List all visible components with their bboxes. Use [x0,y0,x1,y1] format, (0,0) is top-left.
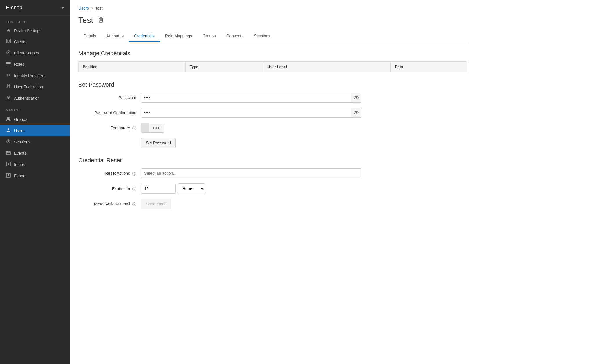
col-type: Type [185,62,263,72]
sidebar-item-events[interactable]: Events [0,148,70,159]
tab-role-mappings[interactable]: Role Mappings [160,31,197,42]
sidebar-brand[interactable]: E-shop ▾ [0,0,70,16]
sidebar-item-label: Client Scopes [14,51,39,55]
realm-settings-icon: ⚙ [6,28,11,33]
reset-actions-input[interactable] [141,168,361,178]
password-row: Password [78,93,467,103]
credential-reset-heading: Credential Reset [78,157,467,164]
password-toggle-visibility[interactable] [351,93,361,103]
svg-point-13 [9,117,10,119]
set-password-btn-container: Set Password [141,138,361,148]
toggle-label: OFF [149,124,164,132]
svg-point-9 [8,85,9,86]
users-icon [6,128,11,133]
configure-section-label: Configure [0,16,70,26]
password-confirmation-control [141,108,361,118]
expires-value-input[interactable] [141,184,176,194]
svg-rect-5 [6,63,11,64]
sidebar-item-authentication[interactable]: Authentication [0,92,70,104]
page-title: Test [78,16,93,25]
temporary-label: Temporary ? [78,125,136,130]
set-password-form: Password Password Confirmation [78,93,467,148]
send-email-btn-container: Send email [141,199,361,209]
manage-section-label: Manage [0,104,70,114]
password-label: Password [78,95,136,100]
svg-point-29 [355,112,357,114]
reset-actions-email-row: Reset Actions Email ? Send email [78,199,467,209]
sidebar-item-groups[interactable]: Groups [0,114,70,125]
expires-in-help-icon: ? [132,187,136,191]
sidebar-item-users[interactable]: Users [0,125,70,136]
breadcrumb-separator: > [91,6,94,10]
roles-icon [6,61,11,67]
tab-details[interactable]: Details [78,31,101,42]
sidebar-item-clients[interactable]: Clients [0,36,70,47]
sidebar: E-shop ▾ Configure ⚙ Realm Settings Clie… [0,0,70,364]
temporary-toggle-switch[interactable]: OFF [141,123,164,133]
sidebar-item-label: Authentication [14,96,40,101]
sidebar-item-label: User Federation [14,85,43,89]
svg-rect-4 [6,62,11,63]
credentials-table: Position Type User Label Data [78,61,467,72]
set-password-button[interactable]: Set Password [141,138,176,148]
tab-consents[interactable]: Consents [221,31,249,42]
svg-point-14 [8,128,9,130]
breadcrumb-parent[interactable]: Users [78,6,89,10]
tab-credentials[interactable]: Credentials [129,31,160,42]
sidebar-item-user-federation[interactable]: User Federation [0,81,70,92]
expires-in-label: Expires In ? [78,186,136,191]
password-confirmation-input[interactable] [141,108,361,118]
sidebar-item-label: Clients [14,39,26,44]
delete-user-button[interactable] [97,16,105,25]
svg-rect-1 [7,40,10,42]
col-data: Data [391,62,467,72]
sidebar-item-identity-providers[interactable]: Identity Providers [0,70,70,81]
expires-in-row: Expires In ? Hours Days Minutes [78,183,467,194]
set-password-heading: Set Password [78,81,467,88]
sidebar-item-label: Users [14,128,25,133]
main-content-area: Users > test Test Details Attributes Cre… [70,0,608,364]
svg-point-11 [8,98,9,99]
page-title-row: Test [78,16,467,25]
expires-in-control: Hours Days Minutes [141,183,361,194]
expires-unit-select[interactable]: Hours Days Minutes [178,183,205,194]
reset-actions-row: Reset Actions ? [78,168,467,178]
tab-groups[interactable]: Groups [197,31,221,42]
reset-actions-label: Reset Actions ? [78,171,136,176]
sidebar-item-export[interactable]: Export [0,170,70,181]
breadcrumb: Users > test [78,6,467,10]
reset-actions-control [141,168,361,178]
events-icon [6,150,11,156]
temporary-toggle: OFF [141,123,361,133]
expires-inputs: Hours Days Minutes [141,183,205,194]
user-federation-icon [6,84,11,90]
tab-attributes[interactable]: Attributes [101,31,129,42]
password-input[interactable] [141,93,361,103]
svg-rect-16 [6,151,10,155]
sidebar-item-roles[interactable]: Roles [0,59,70,70]
sidebar-item-label: Groups [14,117,27,122]
import-icon [6,162,11,167]
sidebar-item-import[interactable]: Import [0,159,70,170]
sidebar-item-realm-settings[interactable]: ⚙ Realm Settings [0,26,70,36]
breadcrumb-current: test [96,6,103,10]
password-confirmation-label: Password Confirmation [78,110,136,115]
sidebar-item-label: Roles [14,62,24,67]
export-icon [6,173,11,179]
sidebar-item-label: Import [14,162,26,167]
brand-name: E-shop [6,5,22,11]
tabs-bar: Details Attributes Credentials Role Mapp… [78,31,467,42]
reset-actions-email-help-icon: ? [132,202,136,206]
toggle-track [141,123,149,132]
brand-chevron: ▾ [62,6,64,10]
tab-sessions[interactable]: Sessions [249,31,276,42]
col-user-label: User Label [263,62,391,72]
password-confirmation-row: Password Confirmation [78,108,467,118]
sidebar-item-label: Events [14,151,26,156]
send-email-button[interactable]: Send email [141,199,171,209]
sidebar-item-label: Identity Providers [14,73,45,78]
sidebar-item-sessions[interactable]: Sessions [0,136,70,148]
password-confirmation-toggle-visibility[interactable] [351,108,361,118]
sidebar-item-label: Realm Settings [14,28,41,33]
sidebar-item-client-scopes[interactable]: Client Scopes [0,47,70,59]
